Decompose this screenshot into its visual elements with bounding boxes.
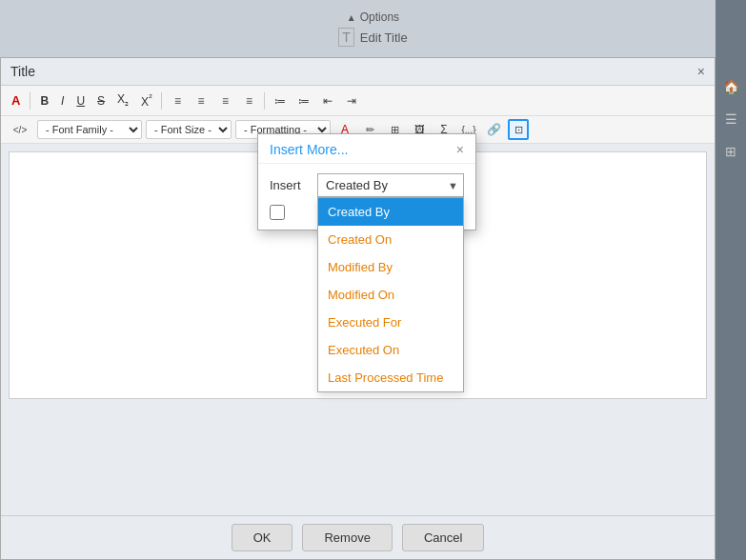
dropdown-item-created-by[interactable]: Created By [318, 198, 463, 226]
align-justify-button[interactable]: ≡ [238, 90, 259, 111]
align-left-button[interactable]: ≡ [167, 90, 188, 111]
insert-row: Insert Created By Created On Modified By… [270, 173, 464, 197]
strikethrough-button[interactable]: S [92, 91, 110, 110]
separator2 [161, 92, 162, 110]
edit-title-bar: T Edit Title [338, 28, 407, 47]
table-icon[interactable]: ⊞ [720, 141, 741, 162]
dropdown-list: Created By Created On Modified By Modifi… [317, 197, 464, 392]
list-ul-button[interactable]: ≔ [270, 90, 291, 111]
top-bar: ▲ Options T Edit Title [0, 0, 746, 57]
dialog-close-button[interactable]: × [697, 64, 705, 79]
cancel-button[interactable]: Cancel [402, 524, 484, 551]
dropdown-item-last-processed-time[interactable]: Last Processed Time [318, 364, 463, 391]
font-color-button[interactable]: A [7, 90, 25, 110]
dialog-footer: OK Remove Cancel [1, 515, 715, 559]
layers-icon[interactable]: ☰ [720, 109, 741, 130]
separator1 [30, 92, 30, 110]
triangle-icon: ▲ [347, 12, 356, 23]
dropdown-item-executed-on[interactable]: Executed On [318, 336, 463, 364]
font-family-select[interactable]: - Font Family - [37, 120, 142, 139]
insert-modal-title: Insert More... [270, 142, 348, 157]
ok-button[interactable]: OK [232, 524, 293, 551]
insert-checkbox[interactable] [270, 205, 285, 220]
separator3 [264, 92, 265, 110]
dropdown-item-modified-by[interactable]: Modified By [318, 253, 463, 281]
remove-button[interactable]: Remove [302, 524, 392, 551]
dropdown-item-executed-for[interactable]: Executed For [318, 309, 463, 336]
insert-label: Insert [270, 178, 310, 192]
bold-button[interactable]: B [35, 91, 53, 110]
list-ol-button[interactable]: ≔ [293, 90, 314, 111]
insert-modal-header: Insert More... × [258, 134, 475, 164]
dialog-title: Title [10, 64, 35, 79]
indent-right-button[interactable]: ⇥ [341, 90, 362, 111]
font-size-select[interactable]: - Font Size - [146, 120, 232, 139]
insert-field-button[interactable]: ⊡ [508, 119, 529, 140]
align-center-button[interactable]: ≡ [191, 90, 212, 111]
insert-field-select[interactable]: Created By Created On Modified By Modifi… [317, 173, 464, 197]
insert-select-wrapper: Created By Created On Modified By Modifi… [317, 173, 464, 197]
edit-title-label[interactable]: Edit Title [360, 30, 408, 45]
align-right-button[interactable]: ≡ [214, 90, 235, 111]
text-icon: T [338, 28, 354, 47]
home-icon[interactable]: 🏠 [720, 76, 741, 97]
link-button[interactable]: 🔗 [483, 119, 504, 140]
superscript-button[interactable]: X² [136, 90, 156, 111]
dropdown-item-created-on[interactable]: Created On [318, 226, 463, 253]
source-button[interactable]: </> [7, 119, 33, 140]
right-sidebar: 🏠 ☰ ⊞ [716, 0, 746, 560]
dropdown-item-modified-on[interactable]: Modified On [318, 281, 463, 309]
insert-modal: Insert More... × Insert Created By Creat… [257, 133, 476, 230]
italic-button[interactable]: I [56, 91, 69, 110]
insert-modal-close-button[interactable]: × [456, 142, 464, 157]
options-bar: ▲ Options [347, 10, 399, 24]
insert-modal-body: Insert Created By Created On Modified By… [258, 164, 475, 230]
underline-button[interactable]: U [71, 91, 90, 110]
options-label[interactable]: Options [360, 10, 399, 24]
indent-left-button[interactable]: ⇤ [317, 90, 338, 111]
dialog-titlebar: Title × [1, 58, 715, 86]
subscript-button[interactable]: X₂ [112, 90, 133, 110]
toolbar-row1: A B I U S X₂ X² ≡ ≡ ≡ ≡ ≔ ≔ ⇤ ⇥ [1, 86, 715, 116]
